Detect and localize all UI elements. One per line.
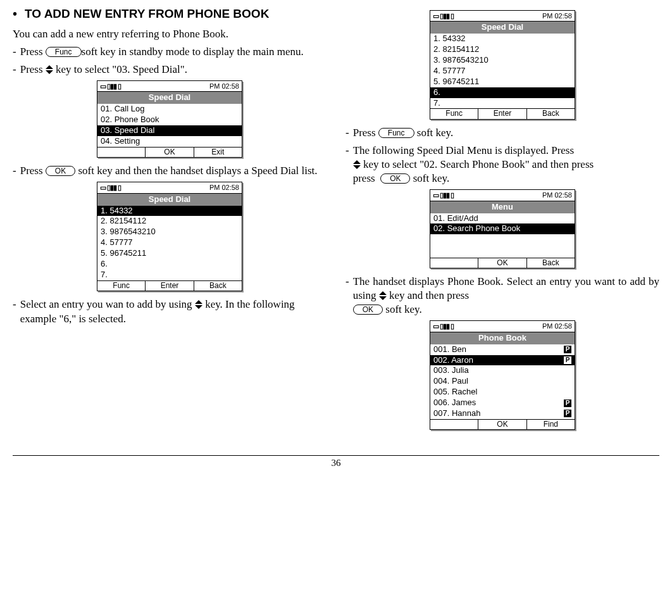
list-item[interactable]: 04. Setting xyxy=(97,136,242,147)
list-item[interactable]: 003. Julia xyxy=(430,365,575,376)
screen-title: Phone Book xyxy=(430,332,575,344)
p-badge-icon: P xyxy=(564,410,571,417)
list-item[interactable]: 2. 82154112 xyxy=(97,216,242,227)
func-key: Func xyxy=(46,47,82,57)
list-item[interactable]: 02. Search Phone Book xyxy=(430,223,575,234)
clock: PM 02:58 xyxy=(542,11,572,20)
list-item[interactable]: 006. JamesP xyxy=(430,398,575,408)
clock: PM 02:58 xyxy=(209,183,239,192)
softkey-right[interactable]: Back xyxy=(527,109,575,119)
clock: PM 02:58 xyxy=(542,322,572,330)
list-item[interactable]: 6. xyxy=(430,87,575,98)
softkey-left[interactable] xyxy=(97,148,146,158)
screen-title: Speed Dial xyxy=(430,22,575,34)
list-item[interactable]: 4. 57777 xyxy=(97,237,242,248)
softkey-center[interactable]: OK xyxy=(478,258,526,268)
list-item[interactable]: 001. BenP xyxy=(430,344,575,355)
screen-title: Menu xyxy=(430,201,575,213)
status-icons: ▭ ▯▮▮ ▯ xyxy=(433,11,454,20)
dash: - xyxy=(13,164,16,178)
softkey-center[interactable]: Enter xyxy=(478,109,526,119)
softkey-center[interactable]: OK xyxy=(146,148,194,158)
step-text: The following Speed Dial Menu is display… xyxy=(353,144,594,185)
dash: - xyxy=(345,275,349,317)
dash: - xyxy=(345,144,349,185)
section-heading: TO ADD NEW ENTRY FROM PHONE BOOK xyxy=(25,6,269,22)
list-item[interactable]: 1. 54332 xyxy=(97,206,242,217)
p-badge-icon: P xyxy=(564,356,571,364)
list-item[interactable]: 3. 9876543210 xyxy=(97,227,242,237)
list-item[interactable]: 005. Rachel xyxy=(430,387,575,398)
list-item[interactable]: 6. xyxy=(97,259,242,270)
softkey-right[interactable]: Back xyxy=(527,258,575,268)
softkey-center[interactable]: OK xyxy=(478,420,526,430)
updown-icon xyxy=(379,291,387,300)
list-item[interactable]: 01. Call Log xyxy=(97,104,242,115)
list-item[interactable]: 1. 54332 xyxy=(430,34,575,44)
screen-title: Speed Dial xyxy=(97,92,242,104)
list-item[interactable]: 2. 82154112 xyxy=(430,44,575,55)
list-item[interactable]: 02. Phone Book xyxy=(97,115,242,125)
softkey-left[interactable]: Func xyxy=(97,281,146,291)
list-item[interactable]: 007. HannahP xyxy=(430,408,575,419)
list-item[interactable]: 01. Edit/Add xyxy=(430,213,575,224)
step-text: Press key to select "03. Speed Dial". xyxy=(20,63,187,77)
p-badge-icon: P xyxy=(564,399,571,407)
dash: - xyxy=(345,126,349,140)
list-item[interactable]: 7. xyxy=(430,98,575,109)
status-icons: ▭ ▯▮▮ ▯ xyxy=(433,191,454,199)
softkey-left[interactable] xyxy=(430,258,478,268)
softkey-right[interactable]: Back xyxy=(194,281,242,291)
status-icons: ▭ ▯▮▮ ▯ xyxy=(433,322,454,330)
updown-icon xyxy=(353,160,361,169)
clock: PM 02:58 xyxy=(209,82,239,91)
phone-screen: ▭ ▯▮▮ ▯PM 02:58 Menu 01. Edit/Add02. Sea… xyxy=(430,189,575,268)
list-item[interactable]: 7. xyxy=(97,270,242,280)
ok-key: OK xyxy=(380,173,410,184)
softkey-right[interactable]: Find xyxy=(527,420,575,430)
clock: PM 02:58 xyxy=(542,191,572,199)
phone-screen: ▭ ▯▮▮ ▯PM 02:58 Speed Dial 1. 543322. 82… xyxy=(430,10,575,120)
ok-key: OK xyxy=(353,305,383,315)
phone-screen: ▭ ▯▮▮ ▯PM 02:58 Speed Dial 1. 543322. 82… xyxy=(97,182,242,291)
p-badge-icon: P xyxy=(564,346,571,353)
phone-screen: ▭ ▯▮▮ ▯PM 02:58 Phone Book 001. BenP002.… xyxy=(430,320,575,430)
step-text: Press Func soft key. xyxy=(353,126,454,140)
list-item[interactable]: 5. 96745211 xyxy=(430,77,575,87)
softkey-left[interactable]: Func xyxy=(430,109,478,119)
func-key: Func xyxy=(378,128,414,138)
step-text: Press Funcsoft key in standby mode to di… xyxy=(20,45,304,59)
page-number: 36 xyxy=(13,455,659,470)
step-text: Select an entry you wan to add by using … xyxy=(20,298,327,325)
bullet-icon: • xyxy=(13,8,17,20)
ok-key: OK xyxy=(46,166,75,176)
step-text: Press OK soft key and then the handset d… xyxy=(20,164,318,178)
dash: - xyxy=(13,298,16,325)
status-icons: ▭ ▯▮▮ ▯ xyxy=(100,82,121,91)
list-item[interactable]: 4. 57777 xyxy=(430,66,575,77)
intro-text: You can add a new entry referring to Pho… xyxy=(13,27,327,41)
list-item[interactable]: 5. 96745211 xyxy=(97,248,242,259)
phone-screen: ▭ ▯▮▮ ▯PM 02:58 Speed Dial 01. Call Log0… xyxy=(97,80,242,158)
list-item[interactable]: 3. 9876543210 xyxy=(430,55,575,66)
status-icons: ▭ ▯▮▮ ▯ xyxy=(100,183,121,192)
softkey-left[interactable] xyxy=(430,420,478,430)
screen-title: Speed Dial xyxy=(97,194,242,206)
updown-icon xyxy=(46,65,53,74)
dash: - xyxy=(13,45,16,59)
list-item[interactable]: 002. AaronP xyxy=(430,355,575,366)
softkey-right[interactable]: Exit xyxy=(194,148,242,158)
softkey-center[interactable]: Enter xyxy=(146,281,194,291)
step-text: The handset displays Phone Book. Select … xyxy=(353,275,659,317)
updown-icon xyxy=(195,300,202,309)
list-item[interactable]: 004. Paul xyxy=(430,376,575,387)
dash: - xyxy=(13,63,16,77)
list-item[interactable]: 03. Speed Dial xyxy=(97,125,242,136)
